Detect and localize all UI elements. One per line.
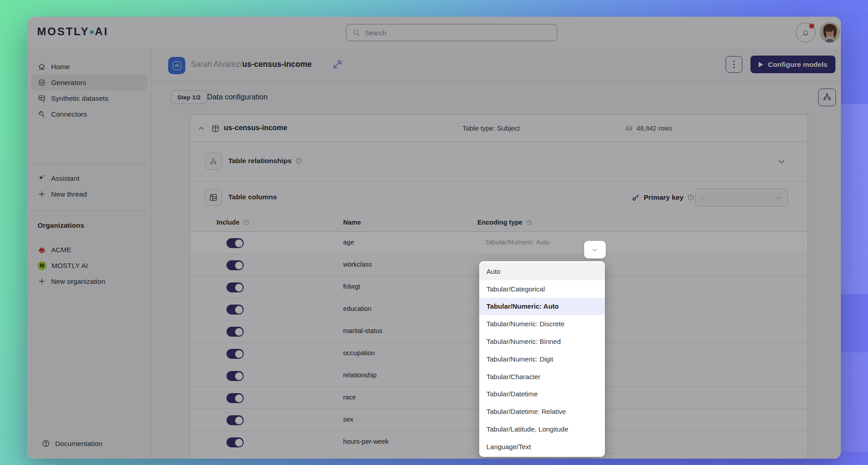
dropdown-option[interactable]: Tabular/Datetime: Relative — [479, 403, 605, 420]
encoding-type-dropdown: AutoTabular/CategoricalTabular/Numeric: … — [479, 261, 605, 457]
dropdown-option[interactable]: Auto — [479, 263, 605, 280]
dropdown-option[interactable]: Tabular/Latitude, Longitude — [479, 420, 605, 438]
dropdown-dim-overlay — [27, 17, 841, 459]
dropdown-option[interactable]: Tabular/Numeric: Discrete — [479, 315, 605, 333]
dropdown-option[interactable]: Tabular/Numeric: Auto — [479, 298, 605, 315]
dropdown-option[interactable]: Tabular/Numeric: Digit — [479, 350, 605, 368]
dropdown-option[interactable]: Tabular/Datetime — [479, 385, 605, 403]
page: MOSTLYAI — [0, 0, 868, 465]
dropdown-option[interactable]: Tabular/Numeric: Binned — [479, 333, 605, 350]
dropdown-option[interactable]: Tabular/Categorical — [479, 280, 605, 298]
chevron-down-icon — [591, 246, 599, 254]
dropdown-option[interactable]: Language/Text — [479, 438, 605, 456]
dropdown-option[interactable]: Tabular/Character — [479, 368, 605, 385]
app-window: MOSTLYAI — [27, 17, 841, 459]
encoding-select-trigger[interactable] — [584, 241, 606, 258]
